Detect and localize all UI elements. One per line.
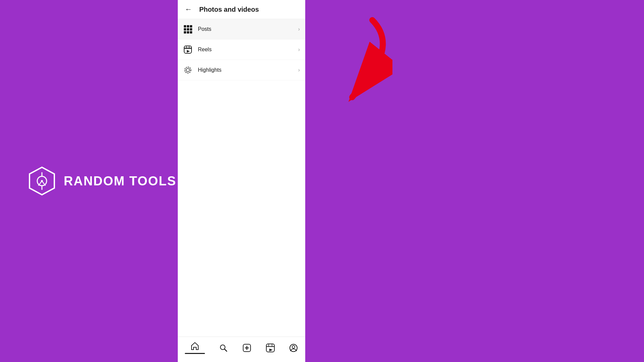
reels-icon <box>183 45 193 54</box>
bottom-nav <box>178 337 305 362</box>
highlights-icon <box>183 65 193 75</box>
nav-create[interactable] <box>238 342 256 354</box>
svg-marker-23 <box>269 349 273 351</box>
svg-marker-11 <box>187 50 190 53</box>
svg-point-25 <box>292 346 295 348</box>
branding-area: RANDOM TOOLS <box>27 166 176 196</box>
phone-frame: ← Photos and videos Posts › <box>178 0 305 362</box>
nav-reels[interactable] <box>262 342 279 354</box>
posts-chevron-icon: › <box>298 26 300 32</box>
svg-point-12 <box>185 67 191 73</box>
svg-rect-7 <box>184 46 192 53</box>
home-icon <box>190 342 200 351</box>
app-header: ← Photos and videos <box>178 0 305 19</box>
profile-icon <box>289 343 298 353</box>
menu-list: Posts › Reels › <box>178 19 305 337</box>
random-tools-logo <box>27 166 57 196</box>
back-button[interactable]: ← <box>183 4 194 15</box>
nav-home[interactable] <box>181 340 209 355</box>
create-icon <box>242 343 252 353</box>
red-arrow-annotation <box>305 13 392 107</box>
brand-name-text: RANDOM TOOLS <box>64 174 176 188</box>
nav-profile[interactable] <box>285 342 302 354</box>
svg-point-6 <box>41 180 43 182</box>
svg-line-15 <box>225 349 227 351</box>
svg-point-13 <box>186 68 190 72</box>
menu-item-highlights[interactable]: Highlights › <box>178 60 305 80</box>
svg-rect-8 <box>184 48 192 49</box>
posts-label: Posts <box>198 26 293 32</box>
menu-item-reels[interactable]: Reels › <box>178 40 305 60</box>
reels-chevron-icon: › <box>298 47 300 53</box>
back-arrow-icon: ← <box>185 5 192 14</box>
svg-rect-20 <box>266 346 274 347</box>
search-icon <box>219 343 228 353</box>
highlights-chevron-icon: › <box>298 67 300 73</box>
posts-grid-icon <box>183 24 193 34</box>
highlights-label: Highlights <box>198 67 293 73</box>
header-title: Photos and videos <box>199 6 259 13</box>
menu-item-posts[interactable]: Posts › <box>178 19 305 40</box>
reels-label: Reels <box>198 47 293 53</box>
nav-search[interactable] <box>215 342 232 354</box>
reels-nav-icon <box>266 343 275 353</box>
